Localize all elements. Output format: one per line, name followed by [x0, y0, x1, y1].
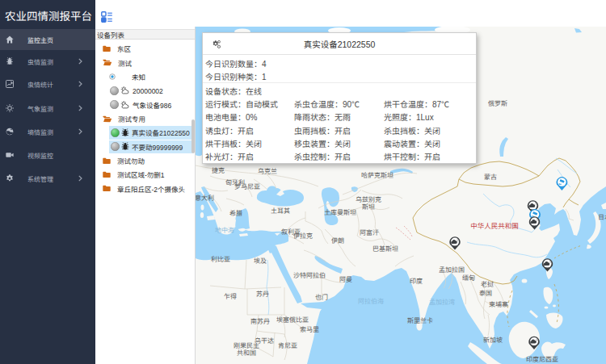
svg-text:利比亚: 利比亚	[211, 254, 230, 263]
svg-text:斯里兰卡: 斯里兰卡	[407, 316, 433, 324]
svg-text:巴基斯坦: 巴基斯坦	[372, 244, 398, 253]
svg-text:孟加拉国: 孟加拉国	[439, 265, 465, 274]
svg-text:缅甸: 缅甸	[462, 273, 475, 282]
svg-text:埃塞俄比亚: 埃塞俄比亚	[276, 315, 309, 324]
svg-text:索马里: 索马里	[300, 324, 319, 333]
svg-text:蒙古: 蒙古	[484, 172, 497, 181]
svg-text:南苏丹: 南苏丹	[250, 316, 270, 325]
svg-text:日本: 日本	[598, 212, 606, 221]
svg-text:新加坡: 新加坡	[483, 335, 503, 344]
svg-text:也门: 也门	[315, 292, 328, 301]
svg-text:阿曼: 阿曼	[339, 274, 352, 283]
svg-text:意大利: 意大利	[196, 193, 214, 202]
svg-text:伊朗: 伊朗	[331, 236, 344, 245]
svg-text:老挝: 老挝	[481, 279, 494, 288]
svg-text:罗马尼亚: 罗马尼亚	[234, 182, 260, 190]
svg-text:埃及: 埃及	[254, 256, 267, 265]
svg-text:共和国: 共和国	[237, 348, 256, 357]
svg-text:哈萨克斯坦: 哈萨克斯坦	[361, 170, 393, 179]
svg-text:乌克兰: 乌克兰	[258, 166, 277, 175]
svg-text:俄罗斯: 俄罗斯	[488, 98, 507, 107]
svg-text:伊拉克: 伊拉克	[293, 231, 313, 240]
svg-text:斯坦: 斯坦	[362, 202, 375, 211]
svg-text:印度尼西亚: 印度尼西亚	[526, 354, 558, 363]
svg-text:土耳其: 土耳其	[271, 206, 290, 215]
svg-text:印度: 印度	[410, 276, 423, 285]
svg-text:中华人民共和国: 中华人民共和国	[470, 220, 519, 230]
svg-text:沙特阿拉伯: 沙特阿拉伯	[293, 270, 326, 279]
svg-text:孟加拉湾: 孟加拉湾	[429, 297, 455, 306]
svg-text:苏丹: 苏丹	[256, 289, 269, 298]
svg-text:土库曼斯坦: 土库曼斯坦	[324, 207, 356, 216]
svg-text:肯尼亚: 肯尼亚	[278, 341, 297, 349]
svg-text:乍得: 乍得	[224, 291, 237, 300]
svg-text:泰国: 泰国	[479, 288, 492, 297]
svg-text:柬埔寨: 柬埔寨	[489, 299, 508, 308]
svg-text:捷克: 捷克	[212, 165, 225, 174]
svg-text:阿富汗: 阿富汗	[360, 228, 379, 236]
svg-text:阿拉伯海: 阿拉伯海	[358, 296, 384, 305]
svg-text:地中海: 地中海	[215, 225, 234, 234]
svg-text:希腊: 希腊	[229, 208, 242, 217]
